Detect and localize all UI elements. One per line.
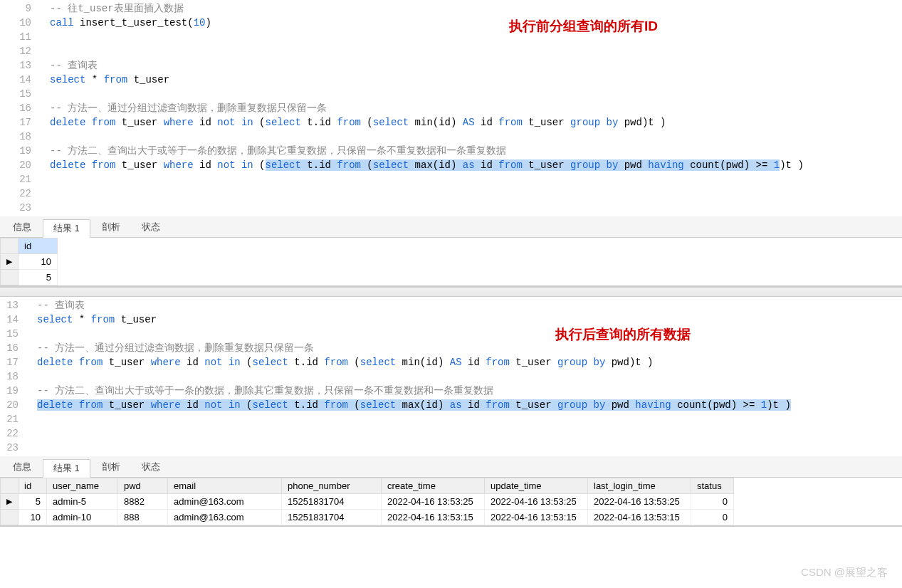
tab-result[interactable]: 结果 1: [43, 459, 90, 478]
line-number: 21: [0, 412, 30, 426]
column-header[interactable]: user_name: [47, 478, 118, 494]
tab-result[interactable]: 结果 1: [43, 219, 90, 238]
column-header[interactable]: email: [168, 478, 282, 494]
line-number: 10: [0, 16, 43, 30]
line-number: 14: [0, 73, 43, 87]
line-number: 16: [0, 341, 30, 355]
line-number: 23: [0, 201, 43, 215]
bottom-panel: 执行后查询的所有数据 13-- 查询表 14select * from t_us…: [0, 297, 902, 527]
line-number: 14: [0, 313, 30, 327]
line-number: 13: [0, 58, 43, 73]
line-number: 17: [0, 115, 43, 130]
table-row: 5: [1, 270, 58, 285]
line-number: 16: [0, 101, 43, 115]
column-header[interactable]: pwd: [118, 478, 168, 494]
line-number: 22: [0, 426, 30, 441]
line-number: 21: [0, 172, 43, 187]
line-number: 18: [0, 369, 30, 384]
tab-info[interactable]: 信息: [3, 458, 41, 477]
table-row: ▶ 5 admin-5 8882 admin@163.com 152518317…: [1, 494, 734, 510]
tab-profile[interactable]: 剖析: [92, 458, 130, 477]
line-number: 15: [0, 87, 43, 101]
line-number: 9: [0, 1, 43, 16]
top-panel: 执行前分组查询的所有ID 9-- 往t_user表里面插入数据 10call i…: [0, 0, 902, 287]
column-header[interactable]: create_time: [382, 478, 485, 494]
column-header[interactable]: phone_number: [282, 478, 382, 494]
line-number: 13: [0, 298, 30, 313]
tab-info[interactable]: 信息: [3, 219, 41, 237]
column-header[interactable]: id: [19, 478, 47, 494]
line-number: 23: [0, 441, 30, 455]
result-grid-top[interactable]: id ▶10 5: [0, 238, 902, 286]
line-number: 17: [0, 355, 30, 369]
column-header[interactable]: status: [691, 478, 734, 494]
table-row: 10 admin-10 888 admin@163.com 1525183170…: [1, 510, 734, 525]
sql-editor-bottom[interactable]: 13-- 查询表 14select * from t_user 15 16-- …: [0, 297, 902, 456]
table-row: ▶10: [1, 254, 58, 270]
row-pointer-icon: ▶: [1, 494, 19, 510]
line-number: 19: [0, 384, 30, 398]
line-number: 20: [0, 398, 30, 412]
sql-editor-top[interactable]: 9-- 往t_user表里面插入数据 10call insert_t_user_…: [0, 0, 902, 216]
line-number: 12: [0, 44, 43, 58]
row-pointer-icon: ▶: [1, 254, 19, 270]
column-header[interactable]: last_login_time: [588, 478, 691, 494]
line-number: 20: [0, 158, 43, 172]
tab-profile[interactable]: 剖析: [92, 219, 130, 237]
column-header-id[interactable]: id: [19, 238, 58, 254]
tab-status[interactable]: 状态: [132, 219, 170, 237]
result-grid-bottom[interactable]: id user_name pwd email phone_number crea…: [0, 478, 902, 526]
line-number: 22: [0, 187, 43, 201]
panel-divider[interactable]: [0, 287, 902, 297]
line-number: 11: [0, 30, 43, 44]
result-tabs-top: 信息 结果 1 剖析 状态: [0, 216, 902, 238]
line-number: 18: [0, 130, 43, 144]
annotation-after: 执行后查询的所有数据: [555, 325, 691, 344]
line-number: 19: [0, 144, 43, 158]
result-tabs-bottom: 信息 结果 1 剖析 状态: [0, 456, 902, 478]
line-number: 15: [0, 327, 30, 341]
tab-status[interactable]: 状态: [132, 458, 170, 477]
annotation-before: 执行前分组查询的所有ID: [509, 17, 658, 36]
column-header[interactable]: update_time: [485, 478, 588, 494]
